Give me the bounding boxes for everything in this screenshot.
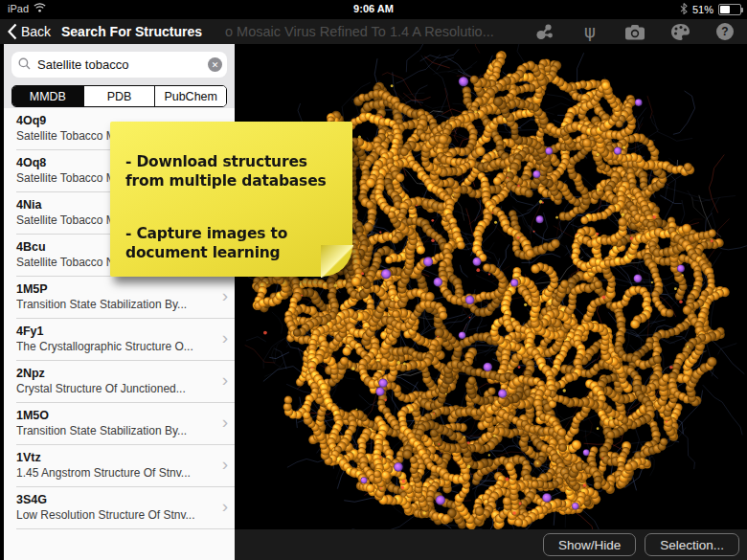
clock: 9:06 AM	[0, 3, 747, 14]
tab-pdb[interactable]: PDB	[83, 86, 155, 106]
battery-icon	[718, 4, 741, 15]
molecule-icon[interactable]	[534, 21, 555, 42]
bluetooth-icon	[680, 3, 688, 16]
chevron-right-icon: ›	[222, 413, 228, 431]
list-item[interactable]: 1M5P Transition State Stabilization By..…	[4, 277, 235, 319]
camera-icon[interactable]	[624, 21, 645, 42]
battery-fill	[720, 6, 730, 13]
chevron-right-icon: ›	[222, 455, 228, 473]
chevron-right-icon: ›	[222, 286, 228, 304]
structure-title: 1.45 Angstrom Structure Of Stnv...	[16, 466, 210, 480]
structure-code: 1M5P	[16, 282, 210, 296]
structure-title: Low Resolution Structure Of Stnv...	[16, 508, 210, 522]
selection-button[interactable]: Selection...	[645, 533, 739, 556]
back-button[interactable]: Back	[8, 19, 51, 44]
search-icon	[18, 56, 31, 74]
tab-mmdb[interactable]: MMDB	[12, 86, 83, 106]
structure-code: 4Fy1	[16, 325, 210, 338]
database-segmented-control: MMDB PDB PubChem	[11, 85, 227, 107]
structure-title: Transition State Stabilization By...	[16, 424, 210, 437]
structure-title: The Crystallographic Structure O...	[16, 340, 210, 353]
back-label: Back	[21, 24, 51, 39]
status-right: 51%	[680, 3, 741, 16]
list-item[interactable]: 4Fy1 The Crystallographic Structure O...…	[4, 319, 235, 361]
search-input[interactable]	[35, 56, 208, 73]
structure-code: 3S4G	[16, 493, 210, 506]
clear-search-icon[interactable]: ✕	[208, 57, 222, 72]
psi-icon[interactable]: ψ	[579, 21, 600, 42]
structure-code: 1M5O	[16, 409, 210, 422]
sticky-note: - Download structures from multiple data…	[110, 122, 352, 277]
nav-bar: Back Search For Structures o Mosaic Viru…	[0, 19, 747, 44]
viewer-bottom-bar: Show/Hide Selection...	[235, 529, 747, 560]
help-icon[interactable]: ?	[714, 21, 736, 42]
nav-icon-group: ψ ?	[534, 19, 736, 44]
list-item[interactable]: 3S4G Low Resolution Structure Of Stnv...…	[4, 487, 235, 529]
chevron-right-icon: ›	[222, 370, 228, 389]
show-hide-button[interactable]: Show/Hide	[543, 533, 636, 556]
palette-icon[interactable]	[669, 21, 690, 42]
chevron-right-icon: ›	[222, 497, 228, 515]
app-screen: iPad 9:06 AM 51%	[0, 0, 747, 560]
panel-title: Search For Structures	[61, 19, 202, 44]
search-field[interactable]: ✕	[11, 52, 227, 78]
list-item[interactable]: 1M5O Transition State Stabilization By..…	[4, 403, 235, 445]
structure-code: 1Vtz	[16, 451, 210, 464]
list-item[interactable]: 1Vtz 1.45 Angstrom Structure Of Stnv... …	[4, 445, 235, 487]
structure-code: 2Npz	[16, 367, 210, 380]
sticky-note-text: - Download structures from multiple data…	[110, 122, 352, 281]
tab-pubchem[interactable]: PubChem	[154, 86, 226, 106]
structure-title-dimmed: o Mosaic Virus Refined To 1.4 A Resoluti…	[225, 19, 498, 44]
status-bar: iPad 9:06 AM 51%	[0, 0, 747, 19]
structure-title: Crystal Structure Of Junctioned...	[16, 382, 210, 395]
structure-title: Transition State Stabilization By...	[16, 298, 210, 311]
note-line-capture: - Capture images to document learning	[125, 224, 345, 262]
battery-percent: 51%	[692, 4, 713, 15]
chevron-right-icon: ›	[222, 328, 228, 347]
note-line-download: - Download structures from multiple data…	[125, 152, 345, 190]
back-chevron-icon	[8, 23, 17, 40]
list-item[interactable]: 2Npz Crystal Structure Of Junctioned... …	[4, 361, 235, 403]
